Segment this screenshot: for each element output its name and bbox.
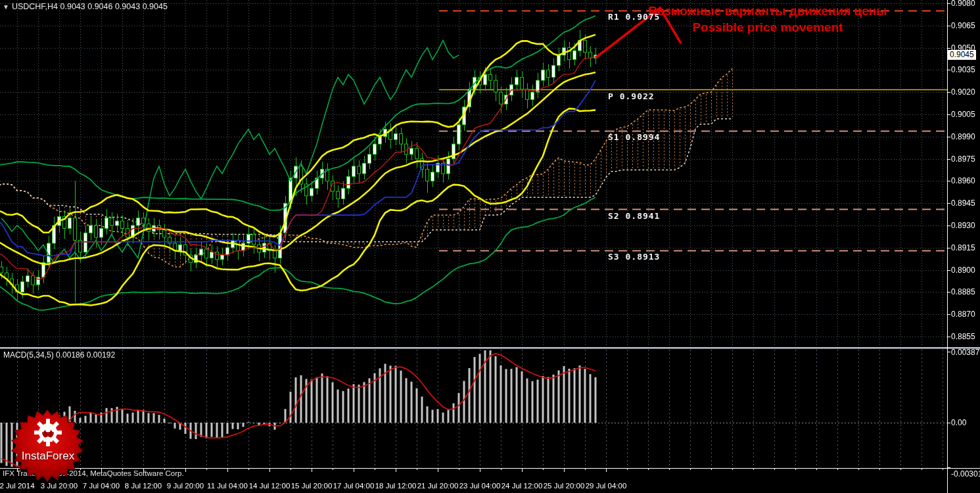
pivot-label: P 0.9022 xyxy=(608,91,655,101)
time-axis-label: 7 Jul 04:00 xyxy=(83,482,120,490)
price-axis-label: 0.8915 xyxy=(951,243,975,252)
time-axis-label: 11 Jul 04:00 xyxy=(207,482,248,490)
time-axis-label: 29 Jul 04:00 xyxy=(586,482,627,490)
time-axis-label: 17 Jul 04:00 xyxy=(333,482,375,490)
pivot-label: S2 0.8941 xyxy=(608,211,660,221)
price-axis-label: 0.9065 xyxy=(951,21,975,30)
time-axis-label: 18 Jul 12:00 xyxy=(375,482,417,490)
macd-axis-label: 0.00387 xyxy=(951,348,979,357)
annotation-text-ru: Возможные варианты движения цены xyxy=(643,4,893,18)
time-axis-label: 15 Jul 20:00 xyxy=(291,482,333,490)
price-axis-label: 0.9005 xyxy=(951,110,975,119)
price-axis-label: 0.8945 xyxy=(951,199,975,208)
mt4-chart-window: ▼USDCHF,H4 0.9043 0.9046 0.9043 0.9045 M… xyxy=(0,0,980,493)
price-axis-label: 0.9020 xyxy=(951,87,975,97)
price-axis-label: 0.8900 xyxy=(951,266,975,275)
price-axis-label: 0.9080 xyxy=(951,0,975,8)
time-axis-label: 3 Jul 20:00 xyxy=(41,482,78,490)
price-axis-label: 0.8930 xyxy=(951,221,975,230)
time-axis-label: 25 Jul 20:00 xyxy=(544,482,585,490)
logo-text: InstaForex xyxy=(5,450,91,463)
time-axis-label: 2 Jul 2014 xyxy=(0,482,35,490)
price-axis-label: 0.8990 xyxy=(951,132,975,141)
time-axis-label: 8 Jul 12:00 xyxy=(125,482,162,490)
pivot-label: S3 0.8913 xyxy=(608,252,660,262)
price-axis-label: 0.8870 xyxy=(951,310,975,319)
macd-indicator-label: MACD(5,34,5) 0.00186 0.00192 xyxy=(3,350,115,360)
symbol-dropdown-icon[interactable]: ▼ xyxy=(3,3,9,11)
time-axis-label: 24 Jul 12:00 xyxy=(502,482,543,490)
symbol-quote-text: USDCHF,H4 0.9043 0.9046 0.9043 0.9045 xyxy=(12,2,168,11)
price-axis-label: 0.8855 xyxy=(951,332,975,341)
instaforex-logo xyxy=(5,402,91,489)
annotation-text-en: Possible price movement xyxy=(643,20,893,35)
price-axis-label: 0.8960 xyxy=(951,176,975,185)
time-axis-label: 14 Jul 12:00 xyxy=(249,482,291,490)
symbol-info: ▼USDCHF,H4 0.9043 0.9046 0.9043 0.9045 xyxy=(3,2,168,11)
price-axis-label: 0.8975 xyxy=(951,154,975,164)
macd-axis-label: 0.00 xyxy=(951,418,966,427)
chart-canvas[interactable] xyxy=(0,0,980,493)
macd-axis-label: -0.00301 xyxy=(951,469,980,479)
time-axis-label: 21 Jul 20:00 xyxy=(417,482,459,490)
price-axis-label: 0.9035 xyxy=(951,65,975,74)
gear-person-icon xyxy=(34,419,62,446)
price-axis-label: 0.9050 xyxy=(951,43,975,53)
time-axis-label: 9 Jul 20:00 xyxy=(167,482,204,490)
price-axis-label: 0.8885 xyxy=(951,287,975,296)
pivot-label: S1 0.8994 xyxy=(608,132,660,142)
time-axis-label: 23 Jul 04:00 xyxy=(459,482,501,490)
pivot-label: R1 0.9075 xyxy=(608,12,660,22)
